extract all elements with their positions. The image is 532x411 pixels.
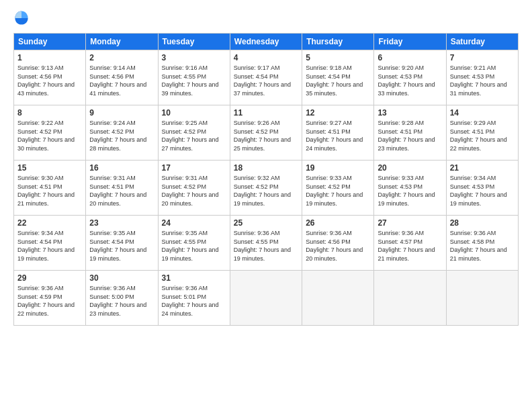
- day-number: 6: [378, 53, 442, 62]
- calendar-day-cell: 18Sunrise: 9:32 AMSunset: 4:52 PMDayligh…: [230, 161, 302, 216]
- calendar-day-cell: 30Sunrise: 9:36 AMSunset: 5:00 PMDayligh…: [86, 271, 158, 326]
- day-info: Sunrise: 9:25 AMSunset: 4:52 PMDaylight:…: [162, 120, 219, 152]
- calendar-day-cell: 26Sunrise: 9:36 AMSunset: 4:56 PMDayligh…: [302, 216, 374, 271]
- weekday-header-row: SundayMondayTuesdayWednesdayThursdayFrid…: [14, 34, 519, 50]
- calendar-day-cell: 12Sunrise: 9:27 AMSunset: 4:51 PMDayligh…: [302, 105, 374, 161]
- calendar-day-cell: [230, 271, 302, 326]
- calendar-day-cell: 14Sunrise: 9:29 AMSunset: 4:51 PMDayligh…: [446, 105, 518, 161]
- day-info: Sunrise: 9:13 AMSunset: 4:56 PMDaylight:…: [17, 64, 75, 97]
- day-info: Sunrise: 9:36 AMSunset: 4:57 PMDaylight:…: [378, 230, 435, 262]
- page: SundayMondayTuesdayWednesdayThursdayFrid…: [0, 0, 532, 411]
- day-number: 17: [162, 163, 226, 173]
- day-info: Sunrise: 9:34 AMSunset: 4:53 PMDaylight:…: [450, 175, 507, 207]
- day-number: 1: [17, 53, 82, 62]
- calendar-day-cell: 9Sunrise: 9:24 AMSunset: 4:52 PMDaylight…: [86, 105, 158, 161]
- day-number: 10: [162, 108, 226, 118]
- day-number: 9: [89, 108, 154, 118]
- day-info: Sunrise: 9:33 AMSunset: 4:53 PMDaylight:…: [378, 175, 435, 207]
- day-number: 3: [162, 53, 226, 62]
- calendar-day-cell: 24Sunrise: 9:35 AMSunset: 4:55 PMDayligh…: [158, 216, 230, 271]
- day-info: Sunrise: 9:31 AMSunset: 4:51 PMDaylight:…: [89, 175, 146, 207]
- day-info: Sunrise: 9:14 AMSunset: 4:56 PMDaylight:…: [89, 64, 146, 97]
- calendar-day-cell: 19Sunrise: 9:33 AMSunset: 4:52 PMDayligh…: [302, 161, 374, 216]
- day-info: Sunrise: 9:35 AMSunset: 4:55 PMDaylight:…: [162, 230, 219, 262]
- calendar-day-cell: 8Sunrise: 9:22 AMSunset: 4:52 PMDaylight…: [14, 105, 86, 161]
- weekday-header: Tuesday: [158, 34, 230, 50]
- day-number: 12: [306, 108, 370, 118]
- calendar-day-cell: 10Sunrise: 9:25 AMSunset: 4:52 PMDayligh…: [158, 105, 230, 161]
- calendar-day-cell: 6Sunrise: 9:20 AMSunset: 4:53 PMDaylight…: [374, 50, 446, 105]
- day-number: 8: [17, 108, 82, 118]
- weekday-header: Thursday: [302, 34, 374, 50]
- logo: [13, 10, 32, 26]
- calendar-week-row: 29Sunrise: 9:36 AMSunset: 4:59 PMDayligh…: [14, 271, 519, 326]
- calendar-week-row: 8Sunrise: 9:22 AMSunset: 4:52 PMDaylight…: [14, 105, 519, 161]
- day-info: Sunrise: 9:33 AMSunset: 4:52 PMDaylight:…: [306, 175, 363, 207]
- calendar-day-cell: 17Sunrise: 9:31 AMSunset: 4:52 PMDayligh…: [158, 161, 230, 216]
- day-number: 2: [89, 53, 154, 62]
- day-info: Sunrise: 9:28 AMSunset: 4:51 PMDaylight:…: [378, 120, 435, 152]
- calendar-day-cell: [302, 271, 374, 326]
- day-info: Sunrise: 9:26 AMSunset: 4:52 PMDaylight:…: [234, 120, 291, 152]
- calendar-day-cell: 23Sunrise: 9:35 AMSunset: 4:54 PMDayligh…: [86, 216, 158, 271]
- calendar-day-cell: 27Sunrise: 9:36 AMSunset: 4:57 PMDayligh…: [374, 216, 446, 271]
- weekday-header: Monday: [86, 34, 158, 50]
- calendar-day-cell: 25Sunrise: 9:36 AMSunset: 4:55 PMDayligh…: [230, 216, 302, 271]
- day-info: Sunrise: 9:17 AMSunset: 4:54 PMDaylight:…: [234, 64, 291, 97]
- day-number: 26: [306, 218, 370, 228]
- day-info: Sunrise: 9:36 AMSunset: 4:56 PMDaylight:…: [306, 230, 363, 262]
- day-number: 19: [306, 163, 370, 173]
- day-info: Sunrise: 9:29 AMSunset: 4:51 PMDaylight:…: [450, 120, 507, 152]
- calendar-day-cell: 4Sunrise: 9:17 AMSunset: 4:54 PMDaylight…: [230, 50, 302, 105]
- day-number: 22: [17, 218, 82, 228]
- day-info: Sunrise: 9:31 AMSunset: 4:52 PMDaylight:…: [162, 175, 219, 207]
- calendar-day-cell: [446, 271, 518, 326]
- day-info: Sunrise: 9:24 AMSunset: 4:52 PMDaylight:…: [89, 120, 146, 152]
- calendar-day-cell: 29Sunrise: 9:36 AMSunset: 4:59 PMDayligh…: [14, 271, 86, 326]
- weekday-header: Friday: [374, 34, 446, 50]
- day-number: 7: [450, 53, 515, 62]
- day-info: Sunrise: 9:27 AMSunset: 4:51 PMDaylight:…: [306, 120, 363, 152]
- calendar-day-cell: [374, 271, 446, 326]
- day-info: Sunrise: 9:36 AMSunset: 4:59 PMDaylight:…: [17, 285, 75, 317]
- day-number: 29: [17, 273, 82, 283]
- day-number: 23: [89, 218, 154, 228]
- day-number: 5: [306, 53, 370, 62]
- day-info: Sunrise: 9:34 AMSunset: 4:54 PMDaylight:…: [17, 230, 75, 262]
- day-number: 24: [162, 218, 226, 228]
- day-info: Sunrise: 9:32 AMSunset: 4:52 PMDaylight:…: [234, 175, 291, 207]
- day-info: Sunrise: 9:35 AMSunset: 4:54 PMDaylight:…: [89, 230, 146, 262]
- calendar-day-cell: 13Sunrise: 9:28 AMSunset: 4:51 PMDayligh…: [374, 105, 446, 161]
- calendar-week-row: 1Sunrise: 9:13 AMSunset: 4:56 PMDaylight…: [14, 50, 519, 105]
- calendar-day-cell: 1Sunrise: 9:13 AMSunset: 4:56 PMDaylight…: [14, 50, 86, 105]
- day-number: 28: [450, 218, 515, 228]
- day-info: Sunrise: 9:30 AMSunset: 4:51 PMDaylight:…: [17, 175, 75, 207]
- day-number: 25: [234, 218, 298, 228]
- calendar-day-cell: 7Sunrise: 9:21 AMSunset: 4:53 PMDaylight…: [446, 50, 518, 105]
- weekday-header: Sunday: [14, 34, 86, 50]
- calendar-week-row: 22Sunrise: 9:34 AMSunset: 4:54 PMDayligh…: [14, 216, 519, 271]
- calendar-day-cell: 28Sunrise: 9:36 AMSunset: 4:58 PMDayligh…: [446, 216, 518, 271]
- day-number: 11: [234, 108, 298, 118]
- day-number: 20: [378, 163, 442, 173]
- day-info: Sunrise: 9:16 AMSunset: 4:55 PMDaylight:…: [162, 64, 219, 97]
- day-number: 16: [89, 163, 154, 173]
- weekday-header: Saturday: [446, 34, 518, 50]
- calendar-week-row: 15Sunrise: 9:30 AMSunset: 4:51 PMDayligh…: [14, 161, 519, 216]
- day-number: 27: [378, 218, 442, 228]
- logo-icon: [13, 10, 30, 26]
- calendar-day-cell: 11Sunrise: 9:26 AMSunset: 4:52 PMDayligh…: [230, 105, 302, 161]
- day-info: Sunrise: 9:21 AMSunset: 4:53 PMDaylight:…: [450, 64, 507, 97]
- day-info: Sunrise: 9:18 AMSunset: 4:54 PMDaylight:…: [306, 64, 363, 97]
- day-number: 30: [89, 273, 154, 283]
- day-info: Sunrise: 9:36 AMSunset: 5:01 PMDaylight:…: [162, 285, 219, 317]
- calendar: SundayMondayTuesdayWednesdayThursdayFrid…: [13, 33, 519, 326]
- day-number: 15: [17, 163, 82, 173]
- day-number: 13: [378, 108, 442, 118]
- calendar-day-cell: 15Sunrise: 9:30 AMSunset: 4:51 PMDayligh…: [14, 161, 86, 216]
- calendar-day-cell: 16Sunrise: 9:31 AMSunset: 4:51 PMDayligh…: [86, 161, 158, 216]
- day-info: Sunrise: 9:36 AMSunset: 5:00 PMDaylight:…: [89, 285, 146, 317]
- calendar-day-cell: 3Sunrise: 9:16 AMSunset: 4:55 PMDaylight…: [158, 50, 230, 105]
- day-info: Sunrise: 9:20 AMSunset: 4:53 PMDaylight:…: [378, 64, 435, 97]
- weekday-header: Wednesday: [230, 34, 302, 50]
